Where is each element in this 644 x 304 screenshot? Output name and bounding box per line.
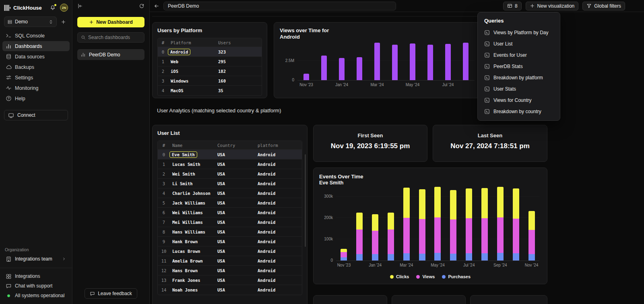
dashboard-title-input[interactable] (163, 2, 396, 10)
segment-clicks (403, 188, 410, 218)
clickhouse-logo-icon[interactable] (4, 4, 11, 11)
bar-aug-24[interactable] (463, 43, 469, 80)
country-cell: USA (215, 191, 255, 196)
table-row[interactable]: 1Lucas SmithUSAAndroid (158, 159, 302, 169)
legend-item-purchases[interactable]: Purchases (442, 274, 471, 279)
query-item-peerdb-stats[interactable]: PeerDB Stats (478, 61, 560, 72)
bar-nov-23[interactable] (303, 74, 309, 80)
bar-oct-24[interactable] (513, 188, 519, 261)
bar-mar-24[interactable] (403, 188, 410, 261)
dashboard-item-peerdb-demo[interactable]: PeerDB Demo (77, 49, 144, 60)
table-row[interactable]: 12Hans BrownUSAAndroid (158, 266, 302, 275)
x-axis-label: Nov '24 (525, 263, 539, 267)
table-row[interactable]: 2iOS182 (158, 66, 262, 76)
new-visualization-button[interactable]: New visualization (526, 2, 579, 10)
card-title: User List (153, 125, 307, 136)
avatar[interactable]: ZN (60, 4, 68, 12)
scrollbar-thumb[interactable] (305, 154, 306, 247)
bar-may-24[interactable] (410, 43, 415, 80)
bar-apr-24[interactable] (419, 189, 425, 261)
bar-jul-24[interactable] (445, 44, 451, 80)
sidebar-item-integrations-team[interactable]: Integrations team (2, 254, 70, 264)
footer-item-all-systems-operational[interactable]: All systems operational (2, 291, 70, 300)
bar-jan-24[interactable] (339, 58, 345, 80)
query-item-views-by-platform-by-day[interactable]: Views by Platform by Day (478, 27, 560, 38)
legend-item-clicks[interactable]: Clicks (390, 274, 409, 279)
bar-dec-23[interactable] (356, 213, 363, 261)
name-cell: Wei Williams (170, 210, 215, 215)
bar-may-24[interactable] (434, 187, 441, 261)
sidebar-item-dashboards[interactable]: Dashboards (2, 41, 70, 51)
country-cell: USA (215, 172, 255, 176)
notifications-bell-icon[interactable] (50, 5, 56, 10)
query-item-user-stats[interactable]: User Stats (478, 83, 560, 95)
footer-item-chat-with-support[interactable]: Chat with support (2, 281, 70, 291)
dashboard-search[interactable] (77, 32, 144, 43)
back-button[interactable] (154, 3, 159, 9)
name-cell: Lucas Smith (170, 162, 215, 167)
sidebar-item-sql-console[interactable]: SQL Console (2, 31, 70, 41)
bar-jan-24[interactable] (372, 214, 378, 261)
table-row[interactable]: 10Lucas BrownUSAAndroid (158, 246, 302, 256)
query-item-views-for-country[interactable]: Views for Country (478, 95, 560, 106)
table-row[interactable]: 6Wei WilliamsUSAAndroid (158, 208, 302, 217)
user-list-table: #NameCountryplatform 0Eve SmithUSAAndroi… (157, 141, 302, 295)
table-row[interactable]: 4Charlie JohnsonUSAAndroid (158, 188, 302, 198)
bar-apr-24[interactable] (392, 45, 398, 80)
footer-item-integrations[interactable]: Integrations (2, 271, 70, 281)
sidebar-item-data-sources[interactable]: Data sources (2, 52, 70, 62)
bar-jul-24[interactable] (466, 188, 472, 261)
bar-slot: Nov '23 (297, 39, 315, 80)
bar-sep-24[interactable] (497, 187, 504, 261)
table-row[interactable]: 14Noah JonesUSAAndroid (158, 285, 302, 295)
query-item-label: PeerDB Stats (493, 64, 523, 69)
global-filters-button[interactable]: Global filters (582, 2, 625, 10)
table-row[interactable]: 2Wei SmithUSAAndroid (158, 169, 302, 179)
collapse-panel-icon[interactable] (77, 3, 83, 9)
table-row[interactable]: 3Li SmithUSAAndroid (158, 179, 302, 188)
platform-cell: Android (255, 191, 302, 196)
row-index: 4 (158, 88, 168, 93)
bar-mar-24[interactable] (374, 43, 380, 80)
queries-count-button[interactable]: 8 (503, 2, 522, 10)
bar-aug-24[interactable] (481, 188, 488, 261)
sidebar-item-monitoring[interactable]: Monitoring (2, 83, 70, 93)
legend-item-views[interactable]: Views (416, 274, 435, 279)
monitoring-icon (6, 85, 12, 91)
bar-jun-24[interactable] (427, 45, 433, 80)
country-cell: USA (215, 278, 255, 283)
bar-feb-24[interactable] (357, 57, 362, 80)
refresh-icon[interactable] (139, 3, 144, 9)
bar-nov-24[interactable] (528, 211, 535, 261)
connect-button[interactable]: Connect (4, 110, 68, 120)
query-item-user-list[interactable]: User List (478, 38, 560, 50)
table-row[interactable]: 7Mei WilliamsUSAAndroid (158, 217, 302, 227)
leave-feedback-button[interactable]: Leave feedback (85, 288, 137, 299)
add-service-button[interactable] (58, 17, 68, 27)
table-row[interactable]: 0Android323 (158, 47, 262, 57)
bar-nov-23[interactable] (341, 249, 347, 261)
new-dashboard-button[interactable]: New Dashboard (77, 17, 144, 27)
table-row[interactable]: 1Web295 (158, 57, 262, 66)
query-item-breakdown-by-platform[interactable]: Breakdown by platform (478, 72, 560, 83)
sidebar-item-settings[interactable]: Settings (2, 72, 70, 83)
table-row[interactable]: 9Hank BrownUSAAndroid (158, 237, 302, 246)
bar-feb-24[interactable] (388, 213, 394, 261)
search-input[interactable] (88, 35, 141, 40)
table-row[interactable]: 0Eve SmithUSAAndroid (158, 150, 302, 159)
bar-jun-24[interactable] (450, 190, 456, 261)
table-row[interactable]: 13Frank JonesUSAAndroid (158, 275, 302, 285)
sidebar-item-label: Help (15, 96, 25, 101)
query-icon (484, 41, 490, 47)
table-row[interactable]: 8Hans WilliamsUSAAndroid (158, 227, 302, 237)
bar-dec-23[interactable] (321, 56, 327, 80)
table-row[interactable]: 4MacOS35 (158, 86, 262, 95)
table-row[interactable]: 5Jack WilliamsUSAAndroid (158, 198, 302, 208)
workspace-select[interactable]: Demo (4, 17, 57, 27)
table-row[interactable]: 3Windows160 (158, 76, 262, 86)
sidebar-item-help[interactable]: Help (2, 93, 70, 103)
table-row[interactable]: 11Amelia BrownUSAAndroid (158, 256, 302, 266)
sidebar-item-backups[interactable]: Backups (2, 62, 70, 72)
query-item-events-for-user[interactable]: Events for User (478, 50, 560, 61)
query-item-breakdown-by-country[interactable]: Breakdown by country (478, 106, 560, 117)
